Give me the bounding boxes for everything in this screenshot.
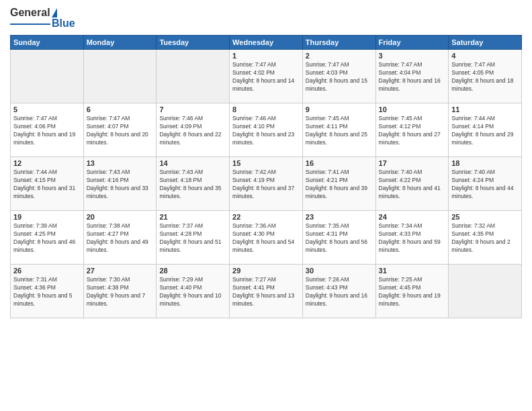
- sunrise: Sunrise: 7:30 AM: [87, 276, 130, 283]
- sunrise: Sunrise: 7:47 AM: [451, 61, 495, 68]
- sunset: Sunset: 4:33 PM: [379, 230, 421, 237]
- daylight: Daylight: 8 hours and 44 minutes.: [451, 185, 513, 199]
- sunrise: Sunrise: 7:37 AM: [159, 222, 203, 229]
- sunrise: Sunrise: 7:39 AM: [13, 222, 57, 229]
- calendar-cell: 11 Sunrise: 7:44 AM Sunset: 4:14 PM Dayl…: [449, 103, 522, 157]
- calendar-cell: [449, 265, 522, 318]
- day-number: 13: [87, 159, 154, 167]
- day-number: 2: [306, 52, 373, 60]
- day-number: 11: [451, 105, 519, 113]
- day-number: 23: [306, 213, 373, 221]
- day-info: Sunrise: 7:25 AM Sunset: 4:45 PM Dayligh…: [379, 276, 446, 308]
- day-number: 26: [13, 267, 81, 275]
- weekday-header: Wednesday: [230, 36, 303, 50]
- calendar-cell: 22 Sunrise: 7:36 AM Sunset: 4:30 PM Dayl…: [230, 211, 303, 265]
- calendar-cell: 25 Sunrise: 7:32 AM Sunset: 4:35 PM Dayl…: [449, 211, 522, 265]
- daylight: Daylight: 9 hours and 2 minutes.: [451, 238, 510, 253]
- calendar-cell: 28 Sunrise: 7:29 AM Sunset: 4:40 PM Dayl…: [157, 265, 230, 318]
- logo-triangle-icon: [52, 8, 57, 17]
- day-number: 16: [306, 159, 373, 167]
- day-info: Sunrise: 7:44 AM Sunset: 4:15 PM Dayligh…: [13, 169, 81, 201]
- sunset: Sunset: 4:30 PM: [232, 230, 275, 237]
- daylight: Daylight: 9 hours and 7 minutes.: [87, 292, 145, 307]
- calendar-cell: 5 Sunrise: 7:47 AM Sunset: 4:06 PM Dayli…: [11, 103, 84, 157]
- sunrise: Sunrise: 7:26 AM: [306, 276, 349, 283]
- calendar-cell: 17 Sunrise: 7:40 AM Sunset: 4:22 PM Dayl…: [375, 157, 449, 211]
- daylight: Daylight: 8 hours and 22 minutes.: [159, 131, 221, 146]
- calendar-cell: 29 Sunrise: 7:27 AM Sunset: 4:41 PM Dayl…: [230, 265, 303, 318]
- calendar-cell: 31 Sunrise: 7:25 AM Sunset: 4:45 PM Dayl…: [375, 265, 449, 318]
- sunrise: Sunrise: 7:29 AM: [159, 276, 203, 283]
- sunset: Sunset: 4:19 PM: [232, 177, 275, 183]
- day-number: 4: [451, 52, 519, 60]
- sunrise: Sunrise: 7:40 AM: [379, 169, 423, 175]
- sunset: Sunset: 4:02 PM: [232, 69, 275, 76]
- calendar-cell: 3 Sunrise: 7:47 AM Sunset: 4:04 PM Dayli…: [375, 50, 449, 103]
- daylight: Daylight: 8 hours and 51 minutes.: [159, 238, 221, 253]
- day-number: 14: [159, 159, 226, 167]
- daylight: Daylight: 8 hours and 56 minutes.: [306, 238, 367, 253]
- sunrise: Sunrise: 7:25 AM: [379, 276, 423, 283]
- sunrise: Sunrise: 7:44 AM: [13, 169, 57, 175]
- daylight: Daylight: 8 hours and 15 minutes.: [306, 77, 367, 92]
- sunset: Sunset: 4:06 PM: [13, 123, 56, 130]
- calendar-cell: 6 Sunrise: 7:47 AM Sunset: 4:07 PM Dayli…: [83, 103, 157, 157]
- sunset: Sunset: 4:43 PM: [306, 284, 348, 291]
- sunrise: Sunrise: 7:47 AM: [306, 61, 349, 68]
- sunset: Sunset: 4:07 PM: [87, 123, 129, 130]
- day-number: 24: [379, 213, 446, 221]
- calendar-cell: [157, 50, 230, 103]
- daylight: Daylight: 8 hours and 31 minutes.: [13, 185, 75, 199]
- day-number: 25: [451, 213, 519, 221]
- calendar-week-row: 12 Sunrise: 7:44 AM Sunset: 4:15 PM Dayl…: [11, 157, 522, 211]
- calendar-cell: 30 Sunrise: 7:26 AM Sunset: 4:43 PM Dayl…: [302, 265, 375, 318]
- calendar-cell: 8 Sunrise: 7:46 AM Sunset: 4:10 PM Dayli…: [230, 103, 303, 157]
- day-info: Sunrise: 7:27 AM Sunset: 4:41 PM Dayligh…: [232, 276, 300, 308]
- sunrise: Sunrise: 7:47 AM: [379, 61, 423, 68]
- day-info: Sunrise: 7:26 AM Sunset: 4:43 PM Dayligh…: [306, 276, 373, 308]
- sunset: Sunset: 4:03 PM: [306, 69, 348, 76]
- sunset: Sunset: 4:09 PM: [159, 123, 202, 130]
- day-number: 3: [379, 52, 446, 60]
- day-info: Sunrise: 7:47 AM Sunset: 4:07 PM Dayligh…: [87, 115, 154, 147]
- logo-blue: Blue: [52, 17, 75, 30]
- day-info: Sunrise: 7:34 AM Sunset: 4:33 PM Dayligh…: [379, 222, 446, 255]
- day-number: 30: [306, 267, 373, 275]
- weekday-row: SundayMondayTuesdayWednesdayThursdayFrid…: [11, 36, 522, 50]
- day-info: Sunrise: 7:47 AM Sunset: 4:06 PM Dayligh…: [13, 115, 81, 147]
- calendar-cell: 9 Sunrise: 7:45 AM Sunset: 4:11 PM Dayli…: [302, 103, 375, 157]
- calendar-cell: 26 Sunrise: 7:31 AM Sunset: 4:36 PM Dayl…: [11, 265, 84, 318]
- day-number: 20: [87, 213, 154, 221]
- day-info: Sunrise: 7:47 AM Sunset: 4:04 PM Dayligh…: [379, 61, 446, 93]
- day-info: Sunrise: 7:46 AM Sunset: 4:10 PM Dayligh…: [232, 115, 300, 147]
- calendar-week-row: 1 Sunrise: 7:47 AM Sunset: 4:02 PM Dayli…: [11, 50, 522, 103]
- day-number: 18: [451, 159, 519, 167]
- sunset: Sunset: 4:35 PM: [451, 230, 494, 237]
- day-number: 7: [159, 105, 226, 113]
- calendar-cell: 23 Sunrise: 7:35 AM Sunset: 4:31 PM Dayl…: [302, 211, 375, 265]
- daylight: Daylight: 8 hours and 20 minutes.: [87, 131, 148, 146]
- sunrise: Sunrise: 7:45 AM: [306, 115, 349, 122]
- calendar-cell: 14 Sunrise: 7:43 AM Sunset: 4:18 PM Dayl…: [157, 157, 230, 211]
- day-number: 19: [13, 213, 81, 221]
- day-number: 9: [306, 105, 373, 113]
- day-number: 21: [159, 213, 226, 221]
- sunset: Sunset: 4:18 PM: [159, 177, 202, 183]
- day-number: 5: [13, 105, 81, 113]
- day-number: 6: [87, 105, 154, 113]
- sunset: Sunset: 4:10 PM: [232, 123, 275, 130]
- daylight: Daylight: 8 hours and 23 minutes.: [232, 131, 294, 146]
- day-number: 1: [232, 52, 300, 60]
- sunset: Sunset: 4:27 PM: [87, 230, 129, 237]
- sunset: Sunset: 4:15 PM: [13, 177, 56, 183]
- weekday-header: Monday: [83, 36, 157, 50]
- calendar-cell: 24 Sunrise: 7:34 AM Sunset: 4:33 PM Dayl…: [375, 211, 449, 265]
- daylight: Daylight: 8 hours and 25 minutes.: [306, 131, 367, 146]
- sunrise: Sunrise: 7:38 AM: [87, 222, 130, 229]
- day-info: Sunrise: 7:32 AM Sunset: 4:35 PM Dayligh…: [451, 222, 519, 255]
- day-number: 27: [87, 267, 154, 275]
- daylight: Daylight: 8 hours and 33 minutes.: [87, 185, 148, 199]
- day-info: Sunrise: 7:40 AM Sunset: 4:24 PM Dayligh…: [451, 169, 519, 201]
- sunrise: Sunrise: 7:45 AM: [379, 115, 423, 122]
- sunrise: Sunrise: 7:42 AM: [232, 169, 276, 175]
